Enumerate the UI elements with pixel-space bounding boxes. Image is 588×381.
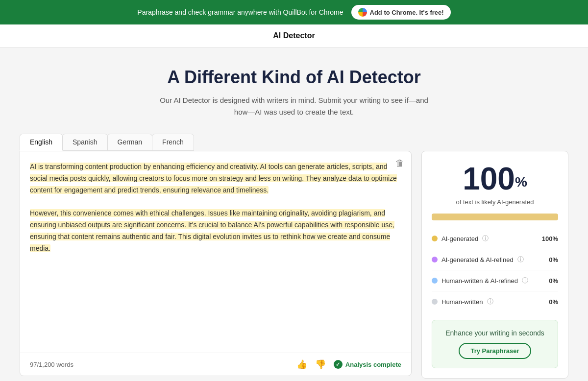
page-title: AI Detector — [273, 31, 315, 40]
value-human-refined: 0% — [549, 277, 558, 285]
percentage-label: of text is likely AI-generated — [432, 198, 558, 206]
progress-bar-container — [432, 214, 558, 220]
hero-section: A Different Kind of AI Detector Our AI D… — [20, 67, 568, 118]
info-icon-human[interactable]: ⓘ — [487, 297, 493, 306]
enhance-box: Enhance your writing in seconds Try Para… — [432, 320, 558, 368]
add-chrome-button[interactable]: Add to Chrome. It's free! — [351, 5, 451, 20]
info-icon-human-refined[interactable]: ⓘ — [522, 276, 528, 285]
chrome-icon — [358, 8, 367, 17]
top-banner: Paraphrase and check grammar anywhere wi… — [0, 0, 588, 24]
text-content: AI is transforming content production by… — [30, 161, 401, 254]
thumbs-up-button[interactable]: 👍 — [296, 359, 307, 370]
dot-human — [432, 299, 438, 305]
trash-icon[interactable]: 🗑 — [395, 158, 404, 168]
value-ai-refined: 0% — [549, 256, 558, 263]
tab-spanish[interactable]: Spanish — [62, 134, 108, 151]
analysis-status: ✓ Analysis complete — [334, 360, 401, 369]
enhance-title: Enhance your writing in seconds — [440, 329, 550, 337]
hero-title: A Different Kind of AI Detector — [20, 67, 568, 88]
divider-3 — [432, 291, 558, 291]
percentage-number: 100 — [463, 161, 515, 196]
dot-human-refined — [432, 278, 438, 284]
text-panel-footer: 97/1,200 words 👍 👎 ✓ Analysis complete — [20, 353, 411, 376]
thumbs-down-button[interactable]: 👎 — [315, 359, 326, 370]
percentage-sign: % — [515, 174, 527, 190]
try-paraphraser-button[interactable]: Try Paraphraser — [459, 343, 531, 359]
highlighted-text-1: AI is transforming content production by… — [30, 163, 397, 194]
text-panel: 🗑 AI is transforming content production … — [20, 151, 412, 376]
result-row-left-3: Human-written & AI-refined ⓘ — [432, 276, 528, 285]
text-paragraph-2: However, this convenience comes with eth… — [30, 208, 401, 254]
language-tabs: English Spanish German French — [20, 134, 568, 151]
footer-actions: 👍 👎 ✓ Analysis complete — [296, 359, 401, 370]
dot-ai-refined — [432, 257, 438, 262]
result-row-ai-generated: AI-generated ⓘ 100% — [432, 230, 558, 247]
label-ai-refined: AI-generated & AI-refined — [441, 256, 514, 263]
word-count: 97/1,200 words — [30, 361, 74, 368]
label-ai-generated: AI-generated — [441, 235, 478, 242]
divider-2 — [432, 270, 558, 270]
value-human: 0% — [549, 298, 558, 306]
hero-subtitle: Our AI Detector is designed with writers… — [157, 95, 431, 118]
main-content: A Different Kind of AI Detector Our AI D… — [10, 48, 578, 381]
result-row-ai-refined: AI-generated & AI-refined ⓘ 0% — [432, 251, 558, 268]
add-chrome-label: Add to Chrome. It's free! — [370, 9, 444, 16]
text-panel-inner: 🗑 AI is transforming content production … — [20, 151, 411, 353]
results-panel: 100% of text is likely AI-generated AI-g… — [421, 151, 568, 379]
tab-german[interactable]: German — [107, 134, 153, 151]
info-icon-ai-refined[interactable]: ⓘ — [517, 255, 524, 264]
dot-ai-generated — [432, 236, 438, 241]
label-human: Human-written — [441, 298, 483, 306]
tab-english[interactable]: English — [20, 134, 63, 151]
text-paragraph-1: AI is transforming content production by… — [30, 161, 401, 196]
nav-bar: AI Detector — [0, 24, 588, 48]
result-row-human: Human-written ⓘ 0% — [432, 293, 558, 310]
value-ai-generated: 100% — [542, 235, 558, 242]
check-icon: ✓ — [334, 360, 343, 369]
info-icon-ai-generated[interactable]: ⓘ — [482, 234, 489, 243]
result-row-left: AI-generated ⓘ — [432, 234, 489, 243]
progress-bar-fill — [432, 214, 558, 220]
result-row-left-4: Human-written ⓘ — [432, 297, 493, 306]
divider-1 — [432, 249, 558, 249]
analysis-status-text: Analysis complete — [345, 361, 401, 368]
percentage-display: 100% — [432, 163, 558, 194]
result-row-left-2: AI-generated & AI-refined ⓘ — [432, 255, 524, 264]
panel-container: 🗑 AI is transforming content production … — [20, 151, 568, 379]
banner-text: Paraphrase and check grammar anywhere wi… — [137, 8, 343, 16]
label-human-refined: Human-written & AI-refined — [441, 277, 518, 285]
highlighted-text-2: However, this convenience comes with eth… — [30, 209, 394, 252]
tab-french[interactable]: French — [152, 134, 194, 151]
result-row-human-refined: Human-written & AI-refined ⓘ 0% — [432, 272, 558, 289]
